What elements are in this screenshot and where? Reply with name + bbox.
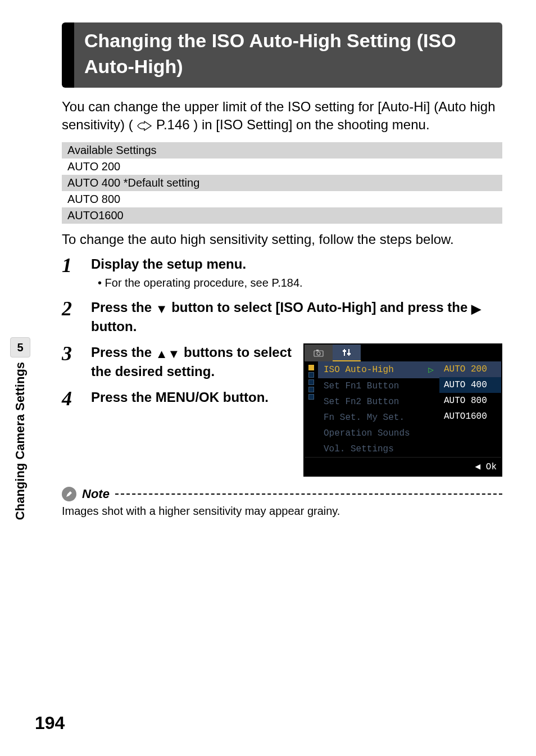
table-row: AUTO 400 *Default setting [62, 175, 502, 191]
lcd-tab-camera [305, 345, 333, 361]
svg-rect-4 [348, 349, 349, 356]
lcd-menu-item: Set Fn1 Button [318, 378, 439, 394]
title-accent-bar [62, 22, 74, 88]
camera-lcd-screenshot: ISO Auto-High ▷ Set Fn1 Button Set Fn2 B… [303, 343, 502, 477]
note-block: Note Images shot with a higher sensitivi… [62, 487, 502, 518]
step-text: Press the ▼ button to select [ISO Auto-H… [91, 298, 502, 336]
note-header: Note [62, 487, 502, 501]
bullet-prefix: • [98, 277, 105, 289]
step-2: 2 Press the ▼ button to select [ISO Auto… [62, 298, 502, 336]
lcd-menu-item: Fn Set. My Set. [318, 410, 439, 425]
note-pencil-icon [62, 487, 76, 501]
table-row: AUTO1600 [62, 207, 502, 224]
section-title: Changing the ISO Auto-High Setting (ISO … [74, 22, 502, 88]
lcd-menu-list: ISO Auto-High ▷ Set Fn1 Button Set Fn2 B… [318, 361, 439, 457]
lcd-menu-item: Set Fn2 Button [318, 394, 439, 410]
section-title-block: Changing the ISO Auto-High Setting (ISO … [62, 22, 502, 88]
intro-ref: P.146 [156, 117, 190, 132]
note-body: Images shot with a higher sensitivity ma… [62, 505, 502, 518]
step-1-sub: • For the operating procedure, see P.184… [98, 275, 502, 291]
step-2-text-b: button to select [ISO Auto-High] and pre… [171, 300, 471, 315]
lcd-menu-item-selected: ISO Auto-High ▷ [318, 361, 439, 378]
svg-point-2 [317, 352, 320, 355]
step-text: Display the setup menu. • For the operat… [91, 255, 502, 291]
table-header: Available Settings [62, 142, 502, 159]
available-settings-table: Available Settings AUTO 200 AUTO 400 *De… [62, 142, 502, 224]
lcd-option: AUTO1600 [439, 409, 501, 424]
table-row: AUTO 800 [62, 191, 502, 207]
step-4: 4 Press the MENU/OK button. [62, 388, 293, 409]
up-triangle-icon: ▲ [156, 347, 168, 361]
chapter-number-box: 5 [10, 337, 30, 357]
lcd-page-dot [308, 379, 314, 385]
step-number: 2 [62, 298, 81, 336]
instruction-sentence: To change the auto high sensitivity sett… [62, 232, 502, 247]
step-3: 3 Press the ▲▼ buttons to select the des… [62, 343, 293, 381]
sidebar: 5 Changing Camera Settings [10, 337, 30, 520]
step-number: 4 [62, 388, 81, 409]
reference-hand-icon [137, 121, 152, 131]
lcd-page-dot [308, 372, 314, 378]
lcd-page-dot [308, 365, 314, 370]
step-1: 1 Display the setup menu. • For the oper… [62, 255, 502, 291]
svg-rect-1 [316, 350, 319, 351]
bullet-text: For the operating procedure, see P.184. [105, 277, 303, 289]
step-number: 3 [62, 343, 81, 381]
chapter-number: 5 [17, 341, 23, 354]
lcd-footer: ◀ Ok [305, 457, 501, 476]
lcd-option-selected: AUTO 200 [439, 361, 501, 377]
lcd-left-arrow-icon: ◀ [475, 462, 486, 472]
down-triangle-icon: ▼ [156, 302, 168, 316]
step-2-text-c: button. [91, 319, 137, 334]
svg-rect-5 [343, 350, 346, 352]
note-dash-line [115, 494, 502, 495]
chapter-title: Changing Camera Settings [13, 362, 28, 520]
note-label: Note [82, 487, 110, 501]
down-triangle-icon: ▼ [168, 347, 180, 361]
page-number: 194 [35, 713, 65, 734]
step-number: 1 [62, 255, 81, 291]
svg-rect-6 [347, 353, 351, 355]
lcd-tab-row [305, 345, 501, 361]
step-text: Press the ▲▼ buttons to select the desir… [91, 343, 293, 381]
lcd-menu-item: Operation Sounds [318, 425, 439, 441]
right-triangle-icon: ▶ [471, 302, 481, 316]
intro-text-b: ) in [ISO Setting] on the shooting menu. [193, 117, 429, 132]
lcd-options-list: AUTO 200 AUTO 400 AUTO 800 AUTO1600 [439, 361, 501, 457]
lcd-tab-setup [333, 345, 361, 361]
intro-paragraph: You can change the upper limit of the IS… [62, 98, 502, 134]
lcd-page-indicator [305, 361, 318, 457]
lcd-ok-label: Ok [486, 462, 497, 472]
step-3-text-a: Press the [91, 345, 156, 360]
table-row: AUTO 200 [62, 159, 502, 175]
lcd-page-dot [308, 394, 314, 400]
lcd-option: AUTO 400 [439, 377, 501, 393]
lcd-selected-label: ISO Auto-High [324, 365, 394, 375]
lcd-page-dot [308, 387, 314, 392]
lcd-selected-arrow-icon: ▷ [428, 364, 434, 375]
step-text: Press the MENU/OK button. [91, 388, 293, 409]
step-2-text-a: Press the [91, 300, 156, 315]
lcd-menu-item: Vol. Settings [318, 441, 439, 457]
svg-rect-3 [344, 349, 345, 356]
lcd-option: AUTO 800 [439, 393, 501, 409]
step-1-title: Display the setup menu. [91, 256, 246, 271]
